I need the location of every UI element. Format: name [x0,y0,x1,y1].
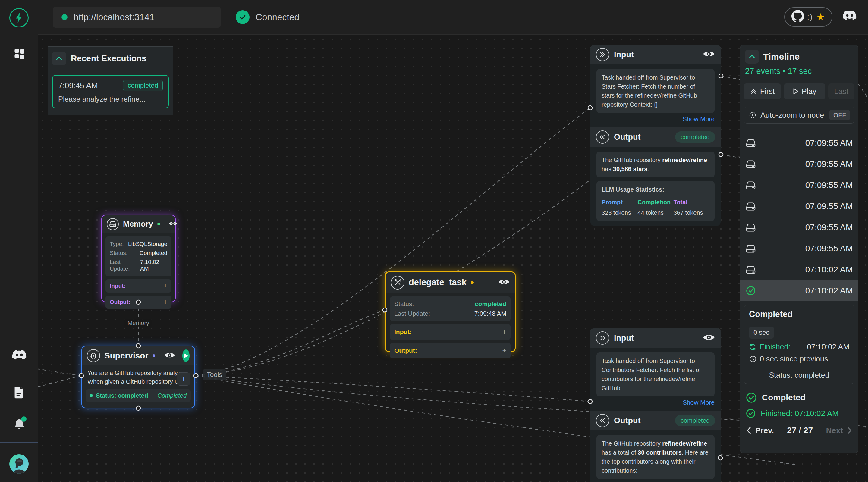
memory-update-label: Last Update: [110,259,140,272]
event-time: 07:09:55 AM [805,223,852,232]
sidebar-item-discord[interactable] [0,349,38,361]
supervisor-status-value: Completed [157,392,187,399]
prompt-value: 323 tokens [601,208,638,217]
output-header: Output completed [590,127,721,147]
collapse-button[interactable] [52,52,66,65]
input-message: Task handed off from Supervisor to Contr… [596,352,715,396]
total-value: 367 tokens [674,208,710,217]
memory-output-section[interactable]: Output: + [105,295,172,309]
check-circle-icon [746,392,757,404]
person-silhouette-icon [9,454,29,474]
sidebar-item-notifications[interactable] [0,418,38,432]
memory-node[interactable]: Memory Type:LibSQLStorage Status:Complet… [101,215,176,302]
execution-card[interactable]: 7:09:45 AM completed Please analyze the … [52,75,169,108]
event-time: 07:09:55 AM [805,181,852,190]
event-time: 07:09:55 AM [805,244,852,253]
app-logo[interactable] [9,8,29,27]
double-chevron-right-icon [596,331,609,345]
top-bar: http://localhost:3141 Connected :) ★ [0,0,868,35]
discord-link-button[interactable] [843,10,857,23]
timeline-event-row[interactable]: 07:09:55 AM [740,133,858,154]
eye-icon[interactable] [498,278,510,287]
execution-preview: Please analyze the refine... [58,95,163,103]
check-circle-icon [746,286,756,296]
memory-node-header: Memory [102,215,175,233]
eye-icon[interactable] [703,50,715,59]
notification-dot-icon [21,416,27,422]
server-url-box[interactable]: http://localhost:3141 [53,7,221,28]
expand-plus-icon[interactable]: + [163,283,167,289]
double-chevron-right-icon [596,48,609,61]
eye-icon[interactable] [703,333,715,343]
output-body: The GitHub repository refinedev/refine h… [590,147,721,226]
last-event-button[interactable]: Last [828,84,855,99]
input-body: Task handed off from Supervisor to Contr… [590,348,721,411]
timeline-event-row[interactable]: 07:09:55 AM [740,217,858,238]
focus-target-icon [748,111,757,119]
supervisor-instructions-line2: When given a GitHub repository URL o [87,378,189,386]
expand-plus-icon[interactable]: + [502,329,506,335]
output-body: The GitHub repository refinedev/refine h… [590,430,721,482]
double-chevron-up-icon [750,88,757,95]
timeline-event-row[interactable]: 07:09:55 AM [740,175,858,196]
tools-icon [391,276,404,289]
next-event-button[interactable]: Next [826,426,852,435]
memory-active-dot-icon [157,223,160,225]
memory-node-title: Memory [123,219,153,229]
first-event-button[interactable]: First [744,84,781,99]
delegate-task-tool-node[interactable]: delegate_task Status:completed Last Upda… [385,271,516,352]
eye-icon[interactable] [164,351,176,360]
contributors-fetcher-io-panel: Input Task handed off from Supervisor to… [590,328,721,482]
timeline-event-row[interactable]: 07:09:55 AM [740,154,858,175]
discord-icon [843,10,857,22]
sidebar-item-docs[interactable] [0,386,38,399]
workflow-canvas[interactable]: Memory Tools Recent Executions 7:09:45 A… [38,35,868,482]
grid-icon [13,47,25,60]
delegate-input-section[interactable]: Input: + [390,324,510,340]
edge-label-tools: Tools [203,369,226,381]
page-indicator: 27 / 27 [776,426,824,435]
play-timeline-button[interactable]: Play [784,84,825,99]
eye-icon[interactable] [168,221,178,228]
supervisor-node-title: Supervisor [104,351,148,361]
timeline-event-row[interactable]: 07:09:55 AM [740,196,858,217]
auto-zoom-label: Auto-zoom to node [761,111,826,120]
timeline-event-row-selected[interactable]: 07:10:02 AM [740,280,858,301]
first-button-label: First [760,87,775,96]
discord-icon [12,349,27,361]
completion-value: 44 tokens [638,208,673,217]
timeline-event-row[interactable]: 07:09:55 AM [740,238,858,259]
supervisor-node-header: Supervisor [82,347,194,365]
expand-plus-icon[interactable]: + [163,299,167,306]
delegate-output-section[interactable]: Output: + [390,343,510,358]
sidebar-item-dashboard[interactable] [0,47,38,60]
memory-input-section[interactable]: Input: + [105,279,172,292]
output-title: Output [614,133,641,142]
prev-event-button[interactable]: Prev. [746,426,774,435]
expand-plus-icon[interactable]: + [502,347,506,354]
show-more-link[interactable]: Show More [596,116,715,123]
github-star-button[interactable]: :) ★ [784,7,832,27]
input-title: Input [614,50,634,59]
stars-fetcher-io-panel: Input Task handed off from Supervisor to… [590,44,721,202]
timeline-footer: Completed Finished: 07:10:02 AM Prev. 27… [740,384,858,438]
show-more-link[interactable]: Show More [596,399,715,406]
server-url: http://localhost:3141 [73,12,155,22]
output-title: Output [614,416,641,425]
recent-executions-title: Recent Executions [71,54,147,63]
delegate-input-label: Input: [394,328,412,335]
delegate-status-value: completed [475,300,506,308]
user-avatar[interactable] [9,454,29,474]
usage-title: LLM Usage Statistics: [601,185,710,194]
auto-zoom-toggle[interactable]: Auto-zoom to node OFF [744,107,855,124]
recent-executions-panel: Recent Executions 7:09:45 AM completed P… [48,46,173,115]
storage-drive-icon [746,138,756,148]
run-agent-button[interactable] [182,349,190,362]
timeline-event-row[interactable]: 07:10:02 AM [740,259,858,280]
timeline-event-list: 07:09:55 AM 07:09:55 AM 07:09:55 AM 07:0… [740,133,858,301]
timeline-collapse-button[interactable] [745,50,759,64]
supervisor-agent-node[interactable]: Supervisor You are a GitHub repository a… [82,346,195,408]
memory-update-value: 7:10:02 AM [140,259,167,272]
expand-instructions-button[interactable]: + [177,372,190,386]
event-detail-card: Completed 0 sec Finished: 07:10:02 AM 0 … [744,305,855,384]
